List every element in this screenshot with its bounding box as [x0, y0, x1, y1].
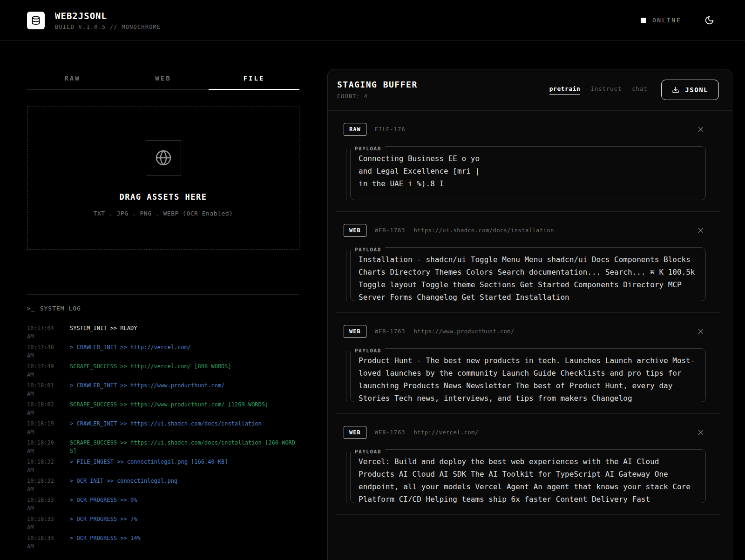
- payload-text: Installation - shadcn/ui Toggle Menu Men…: [359, 253, 698, 301]
- payload-text: Connecting Business EE o yo and Legal Ex…: [359, 152, 698, 190]
- close-icon: [697, 428, 705, 437]
- staging-buffer-header: STAGING BUFFER COUNT: 4 pretrain instruc…: [328, 69, 732, 111]
- status-indicator: ONLINE: [641, 17, 681, 24]
- log-entry: 10:17:49 AM SCRAPE_SUCCESS >> http://ver…: [27, 362, 299, 379]
- app-header: WEB2JSONL BUILD V.1.0.5 // MONOCHROME ON…: [0, 0, 745, 41]
- staging-card: WEB WEB-1763 http://vercel.com/ PAYLOAD …: [344, 414, 706, 515]
- payload-box: Vercel: Build and deploy the best web ex…: [350, 449, 706, 503]
- log-timestamp: 10:18:33 AM: [27, 496, 56, 513]
- log-timestamp: 10:18:33 AM: [27, 534, 56, 551]
- terminal-prompt-icon: >_: [27, 305, 35, 312]
- staging-cards: RAW FILE-176 PAYLOAD Connecting Business…: [328, 111, 732, 515]
- payload-label: PAYLOAD: [351, 146, 385, 152]
- log-entry: 10:17:48 AM > CRAWLER_INIT >> http://ver…: [27, 343, 299, 360]
- log-timestamp: 10:18:02 AM: [27, 400, 56, 417]
- log-entry: 10:17:04 AM SYSTEM_INIT >> READY: [27, 324, 299, 341]
- brand: WEB2JSONL BUILD V.1.0.5 // MONOCHROME: [27, 11, 161, 30]
- app-logo: [27, 12, 45, 29]
- log-entry: 10:18:33 AM > OCR_PROGRESS >> 7%: [27, 515, 299, 532]
- payload-section: PAYLOAD Product Hunt - The best new prod…: [344, 348, 706, 402]
- close-icon: [697, 226, 705, 235]
- log-entry: 10:18:32 AM > FILE_INGEST >> connectinle…: [27, 458, 299, 474]
- download-icon: [672, 86, 679, 94]
- asset-dropzone[interactable]: DRAG ASSETS HERE TXT . JPG . PNG . WEBP …: [27, 107, 299, 250]
- payload-label: PAYLOAD: [351, 348, 385, 354]
- remove-card-button[interactable]: [696, 326, 706, 337]
- mode-tabs: pretrain instruct chat: [549, 85, 648, 95]
- app-subtitle: BUILD V.1.0.5 // MONOCHROME: [55, 24, 161, 30]
- log-entry: 10:18:33 AM > OCR_PROGRESS >> 14%: [27, 534, 299, 551]
- staging-buffer-count: COUNT: 4: [337, 93, 418, 100]
- card-type-badge: WEB: [344, 426, 366, 439]
- log-entry: 10:18:19 AM > CRAWLER_INIT >> https://ui…: [27, 419, 299, 436]
- mode-tab-pretrain[interactable]: pretrain: [549, 85, 581, 95]
- status-square-icon: [641, 18, 646, 23]
- log-entry: 10:18:01 AM > CRAWLER_INIT >> https://ww…: [27, 381, 299, 398]
- card-header: WEB WEB-1763 http://vercel.com/: [344, 426, 706, 439]
- remove-card-button[interactable]: [696, 225, 706, 236]
- card-header: RAW FILE-176: [344, 123, 706, 136]
- card-url: https://ui.shadcn.com/docs/installation: [413, 227, 554, 234]
- system-log-entries: 10:17:04 AM SYSTEM_INIT >> READY 10:17:4…: [27, 324, 299, 551]
- globe-icon: [155, 149, 172, 166]
- log-timestamp: 10:17:48 AM: [27, 343, 56, 360]
- dropzone-icon-box: [146, 140, 181, 175]
- log-timestamp: 10:18:20 AM: [27, 439, 56, 455]
- payload-section: PAYLOAD Connecting Business EE o yo and …: [344, 146, 706, 200]
- card-url: https://www.producthunt.com/: [413, 328, 514, 335]
- close-icon: [697, 125, 705, 134]
- export-jsonl-button[interactable]: JSONL: [661, 80, 719, 100]
- log-entry: 10:18:20 AM SCRAPE_SUCCESS >> https://ui…: [27, 439, 299, 455]
- log-entry: 10:18:32 AM > OCR_INIT >> connectinlegal…: [27, 477, 299, 493]
- card-url: http://vercel.com/: [413, 429, 478, 436]
- dropzone-subtitle: TXT . JPG . PNG . WEBP (OCR Enabled): [94, 210, 233, 217]
- log-message: > OCR_INIT >> connectinlegal.png: [70, 477, 299, 493]
- mode-tab-chat[interactable]: chat: [632, 85, 647, 95]
- log-message: SYSTEM_INIT >> READY: [70, 324, 299, 341]
- staging-buffer-panel: STAGING BUFFER COUNT: 4 pretrain instruc…: [327, 69, 732, 560]
- payload-label: PAYLOAD: [351, 449, 385, 455]
- card-id: WEB-1763: [375, 227, 406, 234]
- remove-card-button[interactable]: [696, 427, 706, 438]
- database-icon: [31, 16, 41, 25]
- log-section-divider: [27, 294, 299, 295]
- payload-box: Connecting Business EE o yo and Legal Ex…: [350, 146, 706, 200]
- card-type-badge: WEB: [344, 224, 366, 237]
- card-header: WEB WEB-1763 https://www.producthunt.com…: [344, 325, 706, 338]
- log-timestamp: 10:17:04 AM: [27, 324, 56, 341]
- close-icon: [697, 327, 705, 336]
- status-label: ONLINE: [652, 17, 681, 24]
- payload-box: Product Hunt - The best new products in …: [350, 348, 706, 402]
- log-message: > OCR_PROGRESS >> 14%: [70, 534, 299, 551]
- log-timestamp: 10:18:19 AM: [27, 419, 56, 436]
- log-message: > CRAWLER_INIT >> http://vercel.com/: [70, 343, 299, 360]
- export-jsonl-label: JSONL: [685, 86, 708, 94]
- log-message: SCRAPE_SUCCESS >> http://vercel.com/ [80…: [70, 362, 299, 379]
- staging-buffer-title: STAGING BUFFER: [337, 80, 418, 89]
- log-message: > FILE_INGEST >> connectinlegal.png [166…: [70, 458, 299, 474]
- log-message: > OCR_PROGRESS >> 7%: [70, 515, 299, 532]
- ingest-column: RAW WEB FILE DRAG ASSETS HERE TXT . JPG …: [27, 69, 299, 553]
- tab-file[interactable]: FILE: [209, 69, 299, 90]
- payload-text: Vercel: Build and deploy the best web ex…: [359, 455, 698, 503]
- source-tabs: RAW WEB FILE: [27, 69, 299, 90]
- card-id: WEB-1763: [375, 429, 406, 436]
- card-id: FILE-176: [375, 126, 406, 133]
- tab-web[interactable]: WEB: [118, 69, 209, 90]
- tab-raw[interactable]: RAW: [27, 69, 118, 90]
- payload-section: PAYLOAD Installation - shadcn/ui Toggle …: [344, 247, 706, 301]
- payload-section: PAYLOAD Vercel: Build and deploy the bes…: [344, 449, 706, 503]
- card-header: WEB WEB-1763 https://ui.shadcn.com/docs/…: [344, 224, 706, 237]
- staging-card: WEB WEB-1763 https://ui.shadcn.com/docs/…: [344, 212, 706, 313]
- theme-toggle-button[interactable]: [703, 13, 716, 27]
- log-message: SCRAPE_SUCCESS >> https://www.producthun…: [70, 400, 299, 417]
- card-id: WEB-1763: [375, 328, 406, 335]
- mode-tab-instruct[interactable]: instruct: [590, 85, 622, 95]
- log-entry: 10:18:02 AM SCRAPE_SUCCESS >> https://ww…: [27, 400, 299, 417]
- remove-card-button[interactable]: [696, 124, 706, 135]
- system-log-title: SYSTEM LOG: [40, 305, 81, 312]
- log-timestamp: 10:18:32 AM: [27, 458, 56, 474]
- payload-box: Installation - shadcn/ui Toggle Menu Men…: [350, 247, 706, 301]
- staging-card: RAW FILE-176 PAYLOAD Connecting Business…: [344, 111, 706, 212]
- log-timestamp: 10:17:49 AM: [27, 362, 56, 379]
